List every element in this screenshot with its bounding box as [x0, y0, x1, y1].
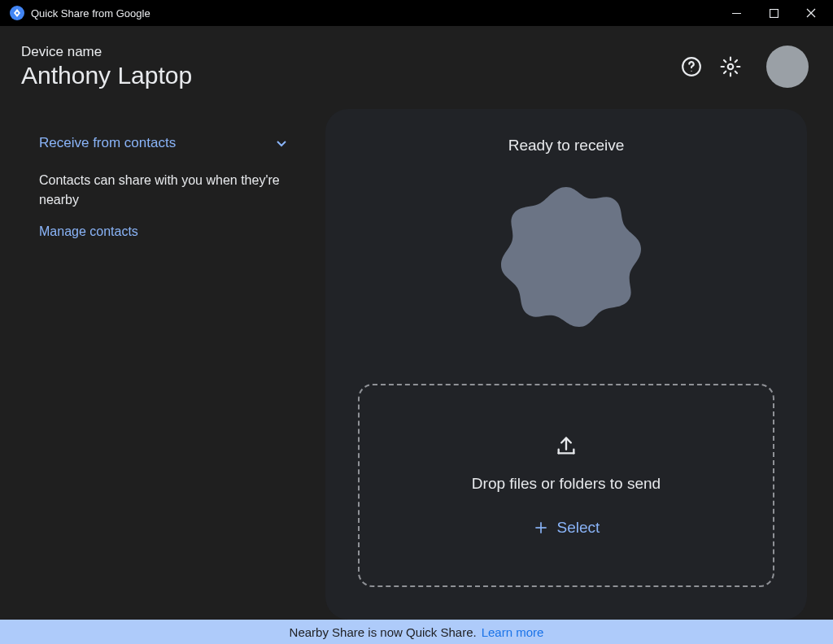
titlebar: Quick Share from Google [0, 0, 833, 26]
avatar[interactable] [766, 46, 809, 88]
receive-mode-dropdown[interactable]: Receive from contacts [39, 135, 286, 151]
help-button[interactable] [680, 55, 703, 78]
svg-rect-1 [732, 13, 741, 14]
minimize-icon [732, 13, 741, 14]
minimize-button[interactable] [717, 0, 755, 26]
select-button[interactable]: Select [533, 519, 600, 537]
select-button-label: Select [557, 519, 600, 537]
main: Receive from contacts Contacts can share… [0, 102, 833, 620]
ready-graphic [485, 181, 648, 343]
window-title: Quick Share from Google [31, 7, 150, 20]
sidebar: Receive from contacts Contacts can share… [0, 102, 325, 620]
close-icon [806, 8, 816, 18]
plus-icon [533, 520, 549, 536]
manage-contacts-link[interactable]: Manage contacts [39, 224, 286, 239]
receive-mode-label: Receive from contacts [39, 135, 176, 151]
device-name-value: Anthony Laptop [21, 62, 680, 89]
footer-message: Nearby Share is now Quick Share. [290, 625, 477, 639]
learn-more-link[interactable]: Learn more [482, 625, 544, 639]
maximize-icon [770, 9, 778, 18]
panel-title: Ready to receive [508, 137, 625, 154]
settings-button[interactable] [719, 55, 742, 78]
svg-point-0 [16, 12, 19, 15]
gear-icon [720, 56, 741, 77]
receive-mode-description: Contacts can share with you when they're… [39, 171, 286, 210]
maximize-button[interactable] [755, 0, 792, 26]
dropzone[interactable]: Drop files or folders to send Select [358, 384, 774, 587]
header-actions [680, 46, 809, 88]
svg-rect-2 [770, 9, 778, 17]
svg-point-6 [691, 71, 691, 72]
device-name-label: Device name [21, 44, 680, 60]
header: Device name Anthony Laptop [0, 26, 833, 102]
footer-banner: Nearby Share is now Quick Share. Learn m… [0, 620, 833, 644]
receive-panel: Ready to receive Drop files or folders t… [325, 109, 807, 620]
device-block: Device name Anthony Laptop [21, 44, 680, 89]
chevron-down-icon [277, 136, 286, 150]
upload-icon [555, 434, 578, 460]
app-icon [10, 6, 24, 20]
help-icon [681, 56, 702, 77]
dropzone-text: Drop files or folders to send [472, 475, 661, 493]
close-button[interactable] [792, 0, 830, 26]
svg-point-7 [728, 64, 734, 70]
